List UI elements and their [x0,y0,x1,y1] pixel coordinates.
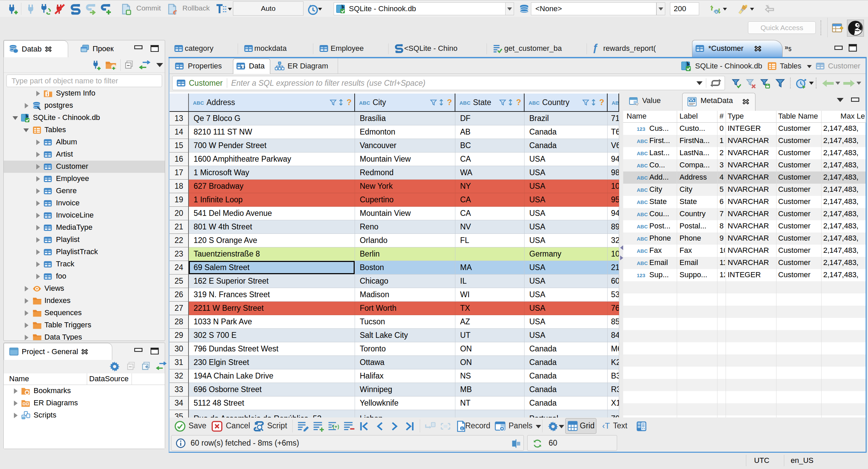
svg-text:i: i [461,426,462,431]
svg-text:(+): (+) [333,424,339,429]
